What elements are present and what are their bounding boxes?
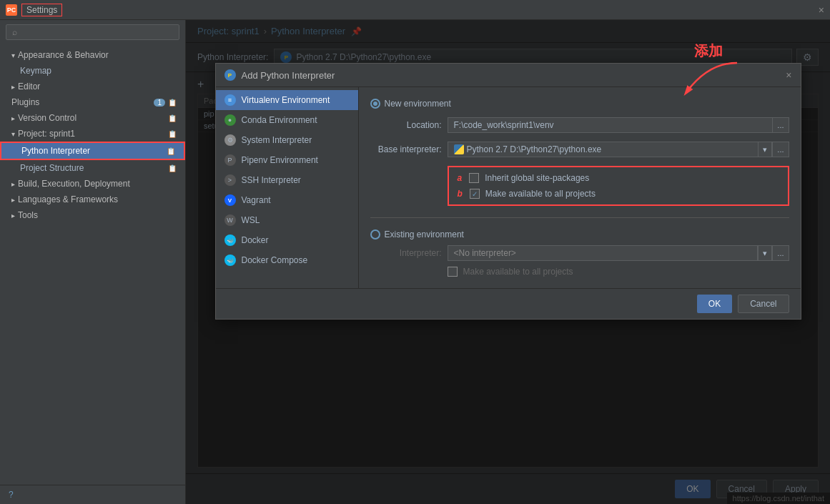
system-icon: ⚙: [224, 134, 236, 146]
dialog-close-button[interactable]: ×: [786, 69, 791, 81]
nav-item-docker[interactable]: 🐳 Docker: [216, 230, 358, 250]
sidebar-item-build[interactable]: ▸ Build, Execution, Deployment: [0, 176, 185, 192]
base-interpreter-browse[interactable]: ...: [772, 142, 789, 157]
sidebar-item-version-control[interactable]: ▸ Version Control 📋: [0, 110, 185, 126]
right-content: Project: sprint1 › Python Interpreter 📌 …: [186, 20, 830, 504]
existing-interpreter-select-group: <No interpreter> ▾ ...: [448, 245, 789, 261]
ssh-icon: >: [224, 174, 236, 186]
available-label: Make available to all projects: [485, 189, 596, 199]
dialog-right-panel: New environment Location: ...: [359, 87, 801, 288]
plugins-badge: 1: [154, 99, 165, 107]
existing-available-label: Make available to all projects: [463, 267, 573, 277]
nav-item-conda[interactable]: ● Conda Environment: [216, 110, 358, 130]
existing-available-row: Make available to all projects: [448, 267, 789, 277]
dialog-python-icon: P: [224, 69, 236, 81]
existing-env-section: Existing environment Interpreter: <No in…: [370, 229, 789, 277]
expand-arrow: ▾: [11, 51, 15, 59]
base-interpreter-row: Base interpreter: Python 2.7 D:\Python27…: [370, 142, 789, 157]
existing-dropdown-btn[interactable]: ▾: [758, 245, 772, 261]
location-input[interactable]: [448, 117, 773, 133]
nav-item-pipenv[interactable]: P Pipenv Environment: [216, 150, 358, 170]
expand-arrow-project: ▾: [11, 130, 15, 138]
new-env-radio-label: New environment: [385, 99, 451, 109]
new-env-radio[interactable]: [370, 99, 380, 109]
dialog-ok-button[interactable]: OK: [697, 295, 732, 313]
window-title: Settings: [21, 4, 62, 16]
expand-arrow-editor: ▸: [11, 83, 15, 91]
available-checkbox[interactable]: [470, 189, 480, 199]
existing-available-checkbox[interactable]: [448, 267, 458, 277]
sidebar-item-plugins[interactable]: Plugins 1 📋: [0, 94, 185, 110]
sidebar-item-editor[interactable]: ▸ Editor: [0, 79, 185, 94]
sidebar-bottom: ?: [0, 485, 185, 504]
nav-item-system[interactable]: ⚙ System Interpreter: [216, 130, 358, 150]
sidebar-items: ▾ Appearance & Behavior Keymap ▸ Editor …: [0, 44, 185, 485]
search-icon: ⌕: [12, 27, 17, 37]
dialog-title: Add Python Interpreter: [242, 70, 335, 81]
python-interp-icon: 📋: [167, 147, 175, 155]
help-icon[interactable]: ?: [9, 490, 14, 500]
dialog-footer: OK Cancel: [216, 288, 801, 319]
available-checkbox-row: b Make available to all projects: [458, 189, 779, 199]
pipenv-icon: P: [224, 154, 236, 166]
nav-item-ssh[interactable]: > SSH Interpreter: [216, 170, 358, 190]
divider: [370, 217, 789, 218]
sidebar-item-project[interactable]: ▾ Project: sprint1 📋: [0, 126, 185, 142]
checkboxes-area: a Inherit global site-packages b Make av…: [448, 166, 789, 206]
conda-icon: ●: [224, 114, 236, 126]
expand-arrow-build: ▸: [11, 180, 15, 188]
vagrant-icon: V: [224, 194, 236, 206]
chinese-annotation: 添加: [694, 41, 723, 61]
window-close-button[interactable]: ×: [819, 4, 824, 16]
inherit-label: Inherit global site-packages: [485, 173, 589, 183]
nav-item-virtualenv[interactable]: ≡ Virtualenv Environment: [216, 90, 358, 110]
sidebar-item-keymap[interactable]: Keymap: [0, 63, 185, 79]
title-bar: PC Settings ×: [0, 0, 830, 20]
base-interpreter-input-group: Python 2.7 D:\Python27\python.exe ▾ ...: [448, 142, 789, 157]
existing-browse-btn[interactable]: ...: [772, 245, 789, 261]
expand-arrow-vc: ▸: [11, 114, 15, 122]
base-interpreter-dropdown[interactable]: ▾: [758, 142, 772, 157]
label-b: b: [458, 189, 463, 199]
vc-icon: 📋: [168, 114, 177, 122]
project-icon: 📋: [168, 130, 177, 138]
dialog-cancel-button[interactable]: Cancel: [738, 295, 789, 313]
sidebar-item-python-interpreter[interactable]: Python Interpreter 📋: [0, 142, 185, 160]
location-input-group: ...: [448, 117, 789, 133]
location-browse-button[interactable]: ...: [772, 117, 789, 133]
existing-interpreter-label: Interpreter:: [370, 248, 442, 258]
existing-env-radio[interactable]: [370, 229, 380, 239]
base-interpreter-label: Base interpreter:: [370, 144, 442, 154]
dialog-nav: ≡ Virtualenv Environment ● Conda Environ…: [216, 87, 359, 288]
docker-compose-icon: 🐳: [224, 255, 236, 266]
nav-item-vagrant[interactable]: V Vagrant: [216, 190, 358, 210]
sidebar-item-appearance[interactable]: ▾ Appearance & Behavior: [0, 47, 185, 63]
docker-icon: 🐳: [224, 234, 236, 246]
inherit-checkbox[interactable]: [469, 173, 479, 183]
label-a: a: [458, 173, 463, 183]
nav-item-wsl[interactable]: W WSL: [216, 210, 358, 230]
no-interpreter-text: <No interpreter>: [454, 248, 516, 258]
sidebar-item-languages[interactable]: ▸ Languages & Frameworks: [0, 192, 185, 207]
sidebar: ⌕ ▾ Appearance & Behavior Keymap ▸ Edito…: [0, 20, 186, 504]
settings-window: PC Settings × ⌕ ▾ Appearance & Behavior …: [0, 0, 830, 504]
main-content: ⌕ ▾ Appearance & Behavior Keymap ▸ Edito…: [0, 20, 830, 504]
expand-arrow-tools: ▸: [11, 212, 15, 219]
nav-item-docker-compose[interactable]: 🐳 Docker Compose: [216, 250, 358, 270]
sidebar-item-project-structure[interactable]: Project Structure 📋: [0, 160, 185, 176]
existing-env-radio-row: Existing environment: [370, 229, 789, 239]
location-label: Location:: [370, 120, 442, 130]
existing-interpreter-row: Interpreter: <No interpreter> ▾ ...: [370, 245, 789, 261]
existing-interpreter-select[interactable]: <No interpreter>: [448, 245, 759, 261]
base-interpreter-value: Python 2.7 D:\Python27\python.exe: [467, 144, 602, 154]
existing-env-label: Existing environment: [385, 229, 464, 239]
dialog-body: ≡ Virtualenv Environment ● Conda Environ…: [216, 87, 801, 288]
expand-arrow-lang: ▸: [11, 196, 15, 204]
sidebar-item-tools[interactable]: ▸ Tools: [0, 207, 185, 223]
app-logo: PC: [6, 4, 17, 16]
location-row: Location: ...: [370, 117, 789, 133]
red-arrow-annotation: [673, 59, 744, 102]
base-interpreter-select[interactable]: Python 2.7 D:\Python27\python.exe: [448, 142, 759, 157]
search-box[interactable]: ⌕: [6, 24, 179, 40]
search-input[interactable]: [17, 27, 173, 37]
